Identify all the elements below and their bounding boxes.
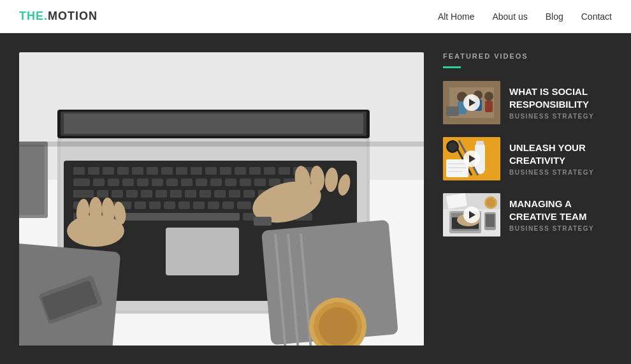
svg-rect-37 xyxy=(97,190,108,198)
play-button-1[interactable] xyxy=(463,94,480,111)
svg-rect-58 xyxy=(193,201,205,209)
svg-rect-54 xyxy=(134,201,146,209)
header: THE.MOTION Alt Home About us Blog Contac… xyxy=(0,0,631,33)
video-item-1[interactable]: WHAT IS SOCIAL RESPONSIBILITY BUSINESS S… xyxy=(443,81,612,124)
svg-rect-31 xyxy=(225,178,236,186)
svg-rect-41 xyxy=(156,190,167,198)
svg-rect-56 xyxy=(164,201,175,209)
svg-point-84 xyxy=(89,197,102,222)
svg-rect-126 xyxy=(486,214,495,227)
nav-about-us[interactable]: About us xyxy=(492,11,527,22)
video-info-2: UNLEASH YOUR CREATIVITY BUSINESS STRATEG… xyxy=(509,142,612,176)
svg-rect-25 xyxy=(137,178,149,186)
svg-rect-108 xyxy=(446,106,459,116)
video-title-1: WHAT IS SOCIAL RESPONSIBILITY xyxy=(509,85,612,110)
svg-rect-81 xyxy=(254,217,272,226)
svg-rect-27 xyxy=(166,178,178,186)
svg-rect-8 xyxy=(117,167,129,175)
video-title-3: MANAGING A CREATIVE TEAM xyxy=(509,198,612,222)
svg-rect-28 xyxy=(181,178,192,186)
featured-videos-sidebar: FEATURED VIDEOS xyxy=(443,52,612,345)
logo[interactable]: THE.MOTION xyxy=(19,10,98,23)
video-info-3: MANAGING A CREATIVE TEAM BUSINESS STRATE… xyxy=(509,198,612,232)
svg-rect-17 xyxy=(249,167,261,175)
svg-rect-60 xyxy=(222,201,234,209)
svg-rect-61 xyxy=(237,201,251,209)
nav-blog[interactable]: Blog xyxy=(546,11,563,22)
svg-rect-9 xyxy=(132,167,143,175)
svg-rect-44 xyxy=(199,190,211,198)
svg-rect-32 xyxy=(240,178,251,186)
video-category-1: BUSINESS STRATEGY xyxy=(509,113,612,120)
svg-rect-19 xyxy=(279,167,290,175)
logo-motion: MOTION xyxy=(48,10,98,22)
play-button-3[interactable] xyxy=(463,207,480,223)
svg-rect-45 xyxy=(214,190,226,198)
svg-rect-55 xyxy=(149,201,161,209)
video-thumb-2[interactable] xyxy=(443,137,500,180)
video-item-2[interactable]: UNLEASH YOUR CREATIVITY BUSINESS STRATEG… xyxy=(443,137,612,180)
svg-rect-57 xyxy=(178,201,190,209)
play-icon-1 xyxy=(469,99,475,106)
play-icon-3 xyxy=(469,211,475,219)
svg-rect-16 xyxy=(235,167,246,175)
svg-rect-21 xyxy=(73,178,90,186)
svg-rect-15 xyxy=(220,167,231,175)
video-thumb-3[interactable] xyxy=(443,193,500,237)
video-info-1: WHAT IS SOCIAL RESPONSIBILITY BUSINESS S… xyxy=(509,85,612,120)
main-nav: Alt Home About us Blog Contact xyxy=(438,11,612,22)
svg-rect-24 xyxy=(122,178,134,186)
play-icon-2 xyxy=(469,155,475,163)
svg-rect-107 xyxy=(485,101,493,112)
svg-rect-36 xyxy=(73,190,94,198)
nav-alt-home[interactable]: Alt Home xyxy=(438,11,475,22)
svg-rect-46 xyxy=(229,190,240,198)
svg-rect-10 xyxy=(147,167,158,175)
featured-underline xyxy=(443,66,461,68)
svg-rect-74 xyxy=(64,113,363,134)
svg-point-94 xyxy=(319,307,357,346)
svg-rect-18 xyxy=(264,167,275,175)
svg-rect-29 xyxy=(196,178,207,186)
svg-rect-13 xyxy=(191,167,202,175)
video-category-2: BUSINESS STRATEGY xyxy=(509,169,612,176)
svg-rect-22 xyxy=(93,178,105,186)
svg-rect-7 xyxy=(103,167,114,175)
video-title-2: UNLEASH YOUR CREATIVITY xyxy=(509,142,612,166)
svg-rect-14 xyxy=(205,167,217,175)
hero-image[interactable] xyxy=(19,52,424,346)
svg-rect-23 xyxy=(108,178,119,186)
svg-rect-42 xyxy=(170,190,182,198)
play-button-2[interactable] xyxy=(463,150,480,167)
video-item-3[interactable]: MANAGING A CREATIVE TEAM BUSINESS STRATE… xyxy=(443,193,612,237)
svg-rect-33 xyxy=(254,178,266,186)
svg-rect-98 xyxy=(19,145,45,215)
svg-rect-12 xyxy=(176,167,187,175)
nav-contact[interactable]: Contact xyxy=(581,11,612,22)
svg-point-129 xyxy=(486,198,495,207)
logo-the: THE. xyxy=(19,10,48,22)
svg-point-115 xyxy=(448,142,457,151)
svg-rect-5 xyxy=(73,167,85,175)
svg-rect-39 xyxy=(126,190,138,198)
svg-rect-66 xyxy=(125,213,240,221)
video-category-3: BUSINESS STRATEGY xyxy=(509,225,612,232)
svg-rect-99 xyxy=(19,142,424,147)
svg-rect-59 xyxy=(208,201,219,209)
svg-rect-40 xyxy=(141,190,152,198)
svg-rect-6 xyxy=(88,167,99,175)
svg-point-106 xyxy=(484,92,493,101)
main-content: FEATURED VIDEOS xyxy=(0,33,631,364)
svg-rect-111 xyxy=(476,141,484,145)
svg-rect-30 xyxy=(210,178,222,186)
svg-rect-43 xyxy=(185,190,196,198)
featured-label: FEATURED VIDEOS xyxy=(443,52,612,60)
svg-rect-11 xyxy=(161,167,173,175)
svg-rect-47 xyxy=(243,190,255,198)
video-thumb-1[interactable] xyxy=(443,81,500,124)
svg-rect-71 xyxy=(166,228,239,275)
svg-rect-38 xyxy=(112,190,123,198)
svg-rect-26 xyxy=(152,178,163,186)
